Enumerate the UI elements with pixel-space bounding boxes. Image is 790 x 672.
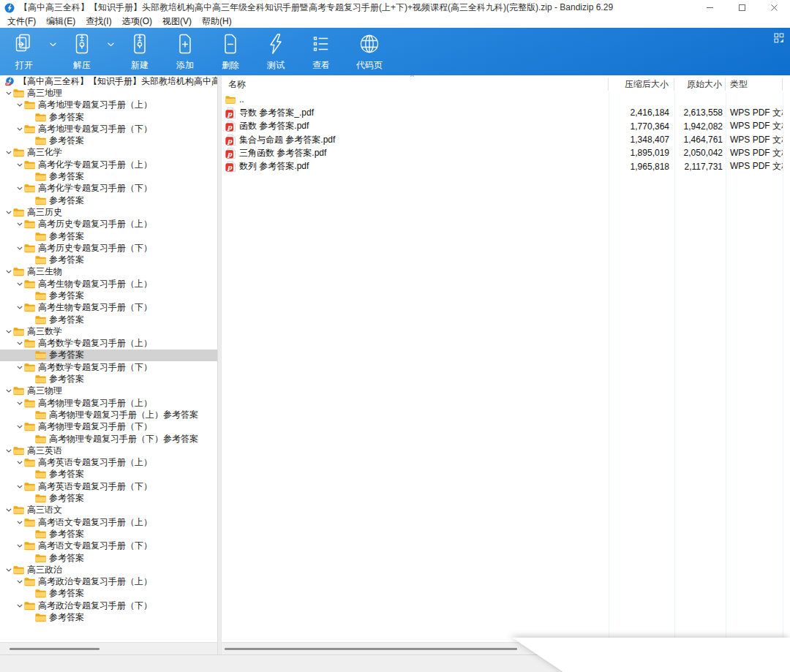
tree-row[interactable]: 参考答案 xyxy=(0,254,217,265)
tree-row[interactable]: 高考英语专题复习手册（上） xyxy=(0,457,217,469)
titlebar[interactable]: 【高中高三全科】【知识手册】头部教培机构高中高三年级全科知识手册暨高考专题复习手… xyxy=(0,0,790,15)
tree-row[interactable]: 高考英语专题复习手册（下） xyxy=(0,480,217,492)
tree-row[interactable]: 参考答案 xyxy=(0,373,217,385)
tree-row[interactable]: 高考化学专题复习手册（上） xyxy=(0,159,217,170)
tree-row[interactable]: 高三生物 xyxy=(0,266,217,278)
tree-row[interactable]: 高考数学专题复习手册（上） xyxy=(0,338,217,350)
chevron-down-icon[interactable] xyxy=(4,149,13,156)
chevron-down-icon[interactable] xyxy=(15,304,24,312)
tree-row[interactable]: 参考答案 xyxy=(0,492,217,504)
tree-row[interactable]: 高考政治专题复习手册（下） xyxy=(0,600,217,611)
open-button[interactable]: 打开 xyxy=(1,28,47,75)
file-row[interactable]: p函数 参考答案.pdf1,770,3641,942,082WPS PDF 文档 xyxy=(222,120,790,133)
tree-row[interactable]: 高三化学 xyxy=(0,147,217,159)
tree-horizontal-scrollbar[interactable] xyxy=(0,642,217,655)
tree-row[interactable]: 高三语文 xyxy=(0,505,217,516)
minimize-button[interactable] xyxy=(693,0,726,15)
tree-row[interactable]: 参考答案 xyxy=(0,588,217,600)
chevron-down-icon[interactable] xyxy=(15,125,24,132)
extract-button[interactable]: 解压 xyxy=(59,28,105,75)
chevron-down-icon[interactable] xyxy=(15,102,24,109)
codepage-button[interactable]: 代码页 xyxy=(344,28,395,75)
chevron-down-icon[interactable] xyxy=(4,89,13,97)
chevron-down-icon[interactable] xyxy=(15,423,24,431)
chevron-down-icon[interactable] xyxy=(4,566,13,573)
chevron-down-icon[interactable] xyxy=(4,447,13,454)
tree-row[interactable]: 高考历史专题复习手册（下） xyxy=(0,242,217,254)
chevron-down-icon[interactable] xyxy=(15,221,24,228)
tree-row[interactable]: 高考物理专题复习手册（下） xyxy=(0,421,217,433)
tree-row[interactable]: 参考答案 xyxy=(0,135,217,146)
chevron-down-icon[interactable] xyxy=(15,459,24,467)
chevron-down-icon[interactable] xyxy=(4,328,13,335)
chevron-down-icon[interactable] xyxy=(15,518,24,526)
tree-row[interactable]: 高考数学专题复习手册（下） xyxy=(0,361,217,373)
tree-row[interactable]: 高考政治专题复习手册（上） xyxy=(0,575,217,587)
file-row[interactable]: .. xyxy=(222,93,790,106)
menu-item-h[interactable]: 帮助(H) xyxy=(197,15,237,28)
tree-row[interactable]: 高考化学专题复习手册（下） xyxy=(0,183,217,195)
column-header-original-size[interactable]: 原始大小 xyxy=(674,78,726,91)
chevron-down-icon[interactable] xyxy=(15,244,24,252)
menu-item-v[interactable]: 视图(V) xyxy=(157,15,197,28)
chevron-down-icon[interactable] xyxy=(15,161,24,168)
view-button[interactable]: 查看 xyxy=(298,28,344,75)
add-button[interactable]: 添加 xyxy=(162,28,208,75)
chevron-down-icon[interactable] xyxy=(15,340,24,347)
tree-row[interactable]: 高考生物专题复习手册（上） xyxy=(0,278,217,290)
tree-row[interactable]: 高考生物专题复习手册（下） xyxy=(0,302,217,314)
tree-row[interactable]: 参考答案 xyxy=(0,195,217,206)
menu-item-f[interactable]: 文件(F) xyxy=(2,15,41,28)
tree-row[interactable]: 高考物理专题复习手册（下）参考答案 xyxy=(0,433,217,445)
file-row[interactable]: p数列 参考答案.pdf1,965,8182,117,731WPS PDF 文档 xyxy=(222,159,790,173)
test-button[interactable]: 测试 xyxy=(253,28,298,75)
extract-dropdown[interactable] xyxy=(105,28,117,75)
maximize-button[interactable] xyxy=(726,0,758,15)
chevron-down-icon[interactable] xyxy=(4,208,13,216)
column-header-name[interactable]: 名称 xyxy=(222,78,609,91)
tree-row[interactable]: 高三历史 xyxy=(0,206,217,218)
tree-row[interactable]: 高考地理专题复习手册（下） xyxy=(0,123,217,135)
column-header-type[interactable]: 类型 xyxy=(726,78,783,91)
chevron-down-icon[interactable] xyxy=(15,399,24,407)
chevron-down-icon[interactable] xyxy=(15,280,24,287)
tree-row[interactable]: 高考历史专题复习手册（上） xyxy=(0,219,217,230)
tree-row[interactable]: 高三政治 xyxy=(0,564,217,575)
tree-row[interactable]: 高三物理 xyxy=(0,385,217,397)
tree-row[interactable]: 参考答案 xyxy=(0,469,217,480)
delete-button[interactable]: 删除 xyxy=(208,28,253,75)
tree-row[interactable]: 参考答案 xyxy=(0,611,217,623)
menu-item-e[interactable]: 编辑(E) xyxy=(41,15,80,28)
chevron-down-icon[interactable] xyxy=(15,602,24,609)
chevron-down-icon[interactable] xyxy=(15,543,24,550)
tree-row[interactable]: 高三地理 xyxy=(0,87,217,99)
menu-item-o[interactable]: 选项(O) xyxy=(117,15,157,28)
tree-row[interactable]: 参考答案 xyxy=(0,230,217,242)
file-row[interactable]: p导数 参考答案_.pdf2,416,1842,613,558WPS PDF 文… xyxy=(222,106,790,119)
tree-hscroll-thumb[interactable] xyxy=(10,648,99,650)
chevron-down-icon[interactable] xyxy=(4,507,13,514)
chevron-down-icon[interactable] xyxy=(15,363,24,371)
file-row[interactable]: p集合与命题 参考答案.pdf1,348,4071,464,761WPS PDF… xyxy=(222,133,790,146)
tree-row[interactable]: 参考答案 xyxy=(0,170,217,182)
chevron-down-icon[interactable] xyxy=(4,268,13,276)
close-button[interactable] xyxy=(758,0,790,15)
tree-row-archive-root[interactable]: ZIP【高中高三全科】【知识手册】头部教培机构高中高三年级全科知识手册暨高考专题… xyxy=(0,75,217,87)
tree-row[interactable]: 参考答案 xyxy=(0,290,217,301)
chevron-down-icon[interactable] xyxy=(15,483,24,490)
chevron-down-icon[interactable] xyxy=(15,185,24,192)
tree-row[interactable]: 高考语文专题复习手册（下） xyxy=(0,540,217,552)
column-header-packed-size[interactable]: 压缩后大小 xyxy=(609,78,674,91)
tree-row[interactable]: 参考答案 xyxy=(0,528,217,540)
tree-row[interactable]: 参考答案 xyxy=(0,111,217,123)
tree-row[interactable]: 参考答案 xyxy=(0,350,217,361)
chevron-down-icon[interactable] xyxy=(15,578,24,586)
tree-row[interactable]: 参考答案 xyxy=(0,314,217,325)
tree-row[interactable]: 高考物理专题复习手册（上） xyxy=(0,397,217,409)
tree-row[interactable]: 高考语文专题复习手册（上） xyxy=(0,516,217,528)
file-row[interactable]: p三角函数 参考答案.pdf1,895,0192,050,042WPS PDF … xyxy=(222,146,790,159)
tree-row[interactable]: 参考答案 xyxy=(0,552,217,564)
new-archive-button[interactable]: 新建 xyxy=(117,28,162,75)
list-hscroll-thumb[interactable] xyxy=(225,648,517,650)
tree-row[interactable]: 高考物理专题复习手册（上）参考答案 xyxy=(0,409,217,420)
